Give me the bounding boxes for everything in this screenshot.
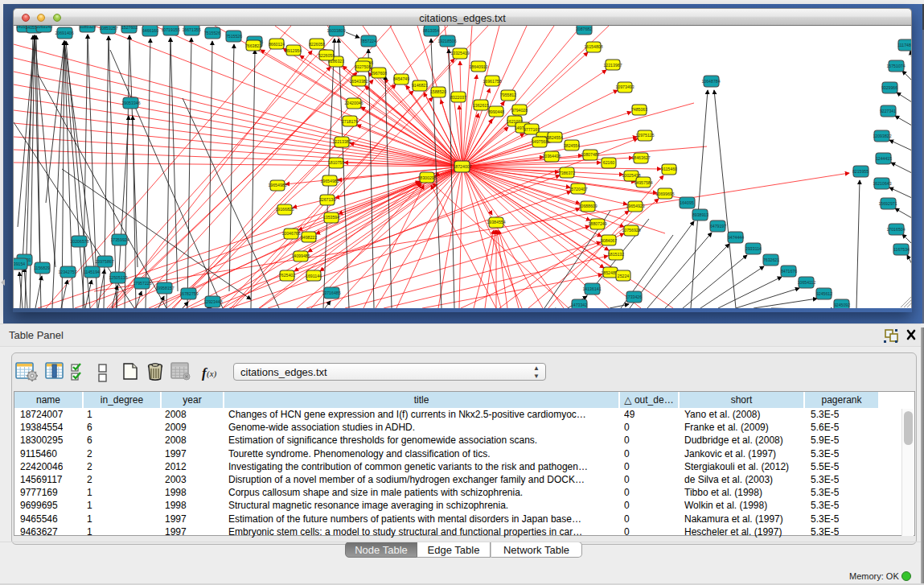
svg-text:8471676: 8471676 (781, 269, 797, 274)
svg-text:1085325: 1085325 (80, 26, 96, 29)
svg-text:10973493: 10973493 (615, 84, 634, 89)
svg-text:12505135: 12505135 (109, 275, 127, 280)
svg-text:9245092: 9245092 (834, 303, 850, 307)
svg-text:2967608: 2967608 (371, 71, 387, 76)
svg-text:19654923: 19654923 (626, 204, 644, 208)
svg-text:10688609: 10688609 (578, 204, 597, 208)
svg-text:18724007: 18724007 (453, 164, 471, 169)
svg-text:12213967: 12213967 (603, 63, 622, 68)
svg-text:9794028: 9794028 (511, 108, 528, 113)
svg-text:3824554: 3824554 (564, 143, 580, 148)
svg-text:2087682: 2087682 (576, 27, 592, 31)
svg-text:2933114: 2933114 (745, 246, 762, 251)
svg-text:10046766: 10046766 (281, 231, 300, 236)
svg-text:23975867: 23975867 (95, 259, 113, 264)
svg-text:16154808: 16154808 (584, 44, 602, 49)
svg-text:9084067: 9084067 (601, 238, 617, 243)
svg-text:19654985: 19654985 (268, 183, 286, 187)
svg-text:1588520: 1588520 (430, 89, 446, 94)
svg-text:20206578: 20206578 (70, 239, 88, 244)
svg-text:9498222: 9498222 (301, 235, 317, 240)
svg-text:8660124: 8660124 (269, 42, 285, 47)
svg-text:9777169: 9777169 (524, 127, 540, 132)
svg-text:1815132: 1815132 (608, 252, 624, 257)
svg-text:22420046: 22420046 (344, 101, 363, 105)
svg-text:9146821: 9146821 (412, 83, 428, 88)
svg-text:19958157: 19958157 (155, 286, 174, 290)
svg-text:9115460: 9115460 (661, 167, 677, 171)
svg-text:12213383: 12213383 (332, 139, 351, 144)
svg-text:5226058: 5226058 (318, 53, 335, 58)
svg-text:9474444: 9474444 (728, 235, 744, 240)
svg-text:16210643: 16210643 (873, 181, 891, 186)
svg-text:12923448: 12923448 (203, 299, 222, 304)
svg-text:1527602: 1527602 (121, 26, 138, 30)
svg-text:39154: 39154 (14, 262, 25, 266)
svg-text:6479197: 6479197 (710, 224, 726, 229)
svg-text:9227341: 9227341 (880, 109, 896, 113)
svg-text:7857224: 7857224 (360, 39, 376, 43)
svg-text:1117484: 1117484 (897, 43, 912, 47)
svg-text:19384554: 19384554 (487, 220, 505, 225)
svg-text:18807249: 18807249 (588, 221, 606, 226)
svg-text:8226058: 8226058 (309, 42, 325, 47)
svg-text:19218506: 19218506 (437, 39, 456, 43)
svg-text:1733426: 1733426 (626, 295, 642, 299)
svg-text:7625402: 7625402 (279, 273, 295, 278)
svg-text:20691406: 20691406 (55, 31, 73, 35)
svg-text:8938913: 8938913 (692, 212, 708, 217)
svg-text:10853257: 10853257 (99, 26, 117, 31)
svg-text:8322037: 8322037 (450, 95, 466, 100)
svg-text:(x): (x) (207, 369, 217, 379)
svg-text:17359924: 17359924 (110, 237, 129, 242)
svg-text:16782759: 16782759 (179, 291, 198, 296)
svg-text:18463627: 18463627 (631, 155, 650, 160)
svg-text:7515526: 7515526 (226, 34, 242, 39)
svg-text:19654985: 19654985 (320, 179, 339, 183)
svg-text:14957584: 14957584 (634, 180, 652, 185)
svg-text:12342757: 12342757 (58, 270, 76, 274)
svg-text:10719155: 10719155 (161, 27, 179, 32)
svg-text:62160: 62160 (603, 160, 615, 165)
svg-text:1156829: 1156829 (34, 266, 50, 270)
svg-text:3267130: 3267130 (319, 197, 335, 202)
svg-text:15692971: 15692971 (878, 201, 897, 206)
svg-text:8215955: 8215955 (852, 169, 869, 174)
svg-text:6466160: 6466160 (142, 28, 158, 33)
svg-text:2718176: 2718176 (342, 119, 358, 124)
svg-text:18640910: 18640910 (469, 64, 487, 69)
svg-text:6497568: 6497568 (532, 139, 548, 144)
svg-text:1691144: 1691144 (306, 274, 322, 278)
svg-text:2069140: 2069140 (36, 26, 52, 29)
svg-text:16671355: 16671355 (182, 27, 200, 32)
svg-text:13325419: 13325419 (450, 51, 469, 56)
svg-text:1473342: 1473342 (571, 303, 587, 307)
svg-text:10648784: 10648784 (701, 79, 720, 84)
svg-text:14099485: 14099485 (291, 253, 310, 258)
svg-text:9327508: 9327508 (355, 64, 371, 69)
svg-text:1810755: 1810755 (328, 160, 344, 165)
svg-text:1353594: 1353594 (323, 215, 339, 220)
svg-text:1362615: 1362615 (473, 103, 489, 108)
svg-text:7515526: 7515526 (204, 31, 220, 35)
svg-text:7663822: 7663822 (245, 43, 261, 48)
svg-text:10699695: 10699695 (655, 192, 674, 196)
svg-text:9329966: 9329966 (881, 85, 897, 90)
svg-text:1167534: 1167534 (893, 247, 910, 252)
svg-text:164095: 164095 (680, 200, 693, 205)
svg-text:7632621: 7632621 (763, 257, 779, 262)
svg-text:17016504: 17016504 (886, 227, 905, 232)
svg-text:10756928: 10756928 (622, 228, 640, 233)
svg-text:8912954: 8912954 (285, 48, 302, 53)
svg-text:17957225: 17957225 (133, 281, 151, 286)
svg-text:18300295: 18300295 (417, 175, 436, 180)
svg-text:29053346: 29053346 (121, 101, 140, 105)
svg-text:15720407: 15720407 (569, 187, 587, 192)
svg-text:1145194: 1145194 (84, 270, 100, 274)
svg-text:25224: 25224 (618, 274, 630, 278)
svg-text:8454749: 8454749 (393, 76, 409, 81)
svg-text:1244415: 1244415 (876, 156, 892, 161)
svg-text:8990448: 8990448 (488, 109, 504, 114)
svg-text:9245612: 9245612 (816, 291, 832, 296)
svg-text:16543382: 16543382 (349, 79, 368, 84)
